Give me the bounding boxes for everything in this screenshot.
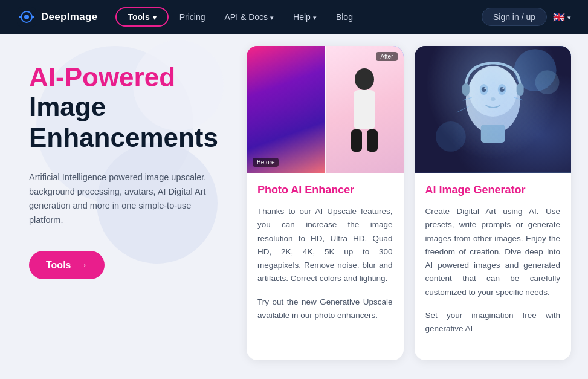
hero-section: AI-Powered Image Enhancements Artificial…	[0, 34, 236, 379]
svg-point-19	[484, 88, 486, 89]
svg-point-16	[497, 84, 506, 95]
cards-area: Before After Photo AI Enhancer Thanks to…	[236, 34, 588, 379]
svg-point-20	[502, 88, 504, 89]
person-silhouette	[346, 67, 383, 152]
blog-nav-link[interactable]: Blog	[328, 8, 361, 25]
nav-right: Sign in / up 🇬🇧	[482, 8, 571, 26]
svg-point-21	[490, 97, 495, 101]
hero-title-dark: Image Enhancements	[29, 92, 212, 153]
ai-generator-card-title: AI Image Generator	[425, 184, 561, 196]
logo-icon	[17, 7, 36, 27]
photo-enhancer-card-body: Photo AI Enhancer Thanks to our AI Upsca…	[247, 173, 404, 360]
photo-ai-enhancer-card: Before After Photo AI Enhancer Thanks to…	[247, 46, 404, 360]
photo-before-half	[247, 46, 325, 173]
before-after-divider	[325, 46, 326, 173]
svg-point-15	[479, 84, 488, 95]
nav-links: Tools Pricing API & Docs Help Blog	[115, 7, 478, 27]
svg-point-18	[499, 87, 504, 92]
svg-line-23	[462, 97, 471, 100]
chevron-down-icon-api	[270, 12, 274, 22]
language-selector[interactable]: 🇬🇧	[553, 11, 571, 23]
hero-title-line1: Image	[29, 92, 106, 121]
hero-title: AI-Powered Image Enhancements	[29, 63, 212, 170]
ai-generator-card-body: AI Image Generator Create Digital Art us…	[415, 173, 572, 360]
arrow-icon: →	[77, 259, 88, 271]
svg-rect-9	[415, 46, 572, 173]
hero-title-line2: Enhancements	[29, 123, 218, 152]
ai-woman-illustration	[415, 46, 572, 173]
chevron-down-icon-lang	[567, 12, 571, 22]
photo-enhancer-description-extra: Try out the new Generative Upscale avail…	[257, 296, 393, 323]
logo-text: DeepImage	[41, 11, 97, 23]
chevron-down-icon-help	[313, 12, 317, 22]
photo-enhancer-image: Before After	[247, 46, 404, 173]
navbar: DeepImage Tools Pricing API & Docs Help …	[0, 0, 588, 34]
blog-label: Blog	[336, 12, 353, 22]
logo-area[interactable]: DeepImage	[17, 7, 97, 27]
help-label: Help	[293, 12, 311, 22]
svg-point-17	[481, 87, 486, 92]
api-docs-nav-link[interactable]: API & Docs	[216, 8, 283, 25]
svg-point-11	[535, 70, 559, 94]
svg-point-2	[24, 15, 29, 19]
svg-rect-7	[351, 129, 362, 152]
tools-nav-button[interactable]: Tools	[115, 7, 168, 27]
svg-rect-26	[462, 83, 469, 96]
hero-description: Artificial Intelligence powered image up…	[29, 170, 212, 228]
ai-generator-description-extra: Set your imagination free with generativ…	[425, 309, 561, 336]
svg-rect-22	[480, 125, 505, 143]
tools-cta-label: Tools	[46, 260, 71, 271]
main-section: AI-Powered Image Enhancements Artificial…	[0, 34, 588, 379]
svg-rect-6	[354, 90, 375, 129]
help-nav-link[interactable]: Help	[285, 8, 325, 25]
svg-line-24	[456, 106, 468, 112]
tools-cta-button[interactable]: Tools →	[29, 251, 105, 279]
svg-point-13	[465, 67, 520, 134]
svg-point-14	[468, 66, 517, 117]
svg-point-5	[355, 68, 374, 90]
chevron-down-icon	[153, 12, 157, 22]
ai-generator-image	[415, 46, 572, 173]
api-docs-label: API & Docs	[225, 12, 268, 22]
badge-after: After	[376, 52, 397, 61]
svg-rect-27	[516, 83, 523, 96]
hero-title-colored: AI-Powered	[29, 63, 212, 92]
photo-enhancer-description: Thanks to our AI Upscale features, you c…	[257, 205, 393, 286]
flag-icon: 🇬🇧	[553, 11, 565, 23]
sign-in-button[interactable]: Sign in / up	[482, 8, 547, 26]
svg-rect-8	[367, 129, 378, 152]
ai-generator-description: Create Digital Art using AI. Use presets…	[425, 205, 561, 299]
svg-point-12	[435, 121, 465, 152]
sign-in-label: Sign in / up	[493, 12, 535, 22]
pricing-nav-link[interactable]: Pricing	[171, 8, 214, 25]
pricing-label: Pricing	[179, 12, 205, 22]
photo-enhancer-card-title: Photo AI Enhancer	[257, 184, 393, 196]
tools-nav-label: Tools	[128, 12, 149, 22]
svg-point-10	[514, 49, 556, 91]
badge-before: Before	[253, 158, 279, 167]
photo-after-half	[325, 46, 404, 173]
ai-image-generator-card: AI Image Generator Create Digital Art us…	[415, 46, 572, 360]
svg-line-25	[514, 97, 523, 100]
